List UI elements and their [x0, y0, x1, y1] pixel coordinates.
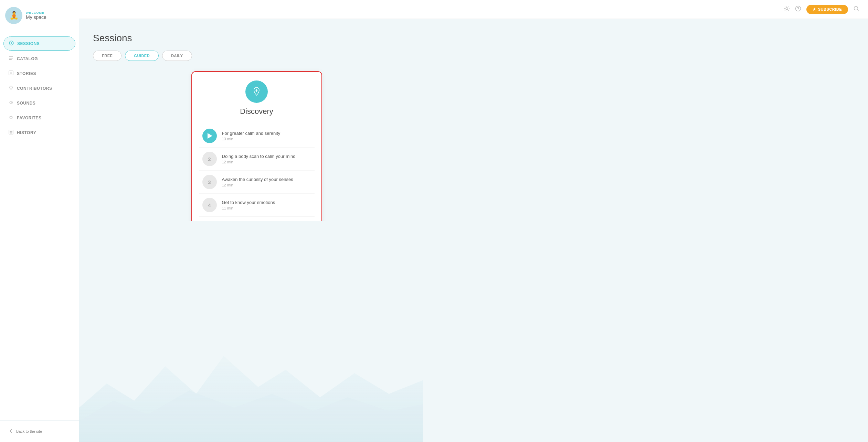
session-item[interactable]: 5 Centered and free to let go 12 min [199, 217, 315, 221]
favorites-label: FAVORITES [17, 116, 42, 120]
svg-rect-5 [9, 71, 13, 75]
session-info: Awaken the curiosity of your senses 12 m… [222, 177, 311, 187]
catalog-icon [9, 56, 13, 62]
session-item[interactable]: For greater calm and serenity 13 min [199, 125, 315, 148]
sessions-icon [9, 41, 14, 46]
session-list: For greater calm and serenity 13 min 2 D… [199, 125, 315, 221]
main-content: Sessions FREE GUIDED DAILY Discovery [79, 0, 434, 221]
history-icon [9, 130, 13, 136]
contributors-icon [9, 85, 13, 91]
svg-rect-8 [9, 130, 13, 134]
page-title: Sessions [93, 33, 420, 44]
profile-text: WELCOME My space [26, 11, 46, 20]
user-profile[interactable]: 🧘 WELCOME My space [0, 0, 79, 31]
svg-rect-10 [11, 131, 12, 132]
stories-icon [9, 71, 13, 76]
discovery-header: Discovery [199, 80, 315, 116]
session-number: 3 [202, 175, 217, 189]
discovery-icon [245, 80, 268, 103]
session-duration: 13 min [222, 137, 311, 141]
svg-rect-9 [10, 131, 11, 132]
session-item[interactable]: 4 Get to know your emotions 11 min [199, 194, 315, 217]
svg-rect-12 [11, 132, 12, 133]
session-number: 4 [202, 198, 217, 212]
profile-name: My space [26, 14, 46, 20]
sidebar-item-favorites[interactable]: FAVORITES [3, 111, 75, 125]
sidebar-item-catalog[interactable]: CATALOG [3, 52, 75, 65]
header-bar: ★ SUBSCRIBE [79, 0, 434, 19]
avatar: 🧘 [5, 7, 22, 24]
svg-rect-2 [9, 56, 13, 57]
sidebar-navigation: SESSIONS CATALOG STORIES [0, 31, 79, 221]
catalog-label: CATALOG [17, 56, 38, 61]
history-label: HISTORY [17, 130, 36, 135]
session-duration: 12 min [222, 183, 311, 187]
sidebar-item-sounds[interactable]: SOUNDS [3, 96, 75, 110]
discovery-title: Discovery [240, 107, 273, 116]
session-name: For greater calm and serenity [222, 131, 311, 136]
sidebar-item-sessions[interactable]: SESSIONS [3, 36, 75, 51]
session-name: Get to know your emotions [222, 200, 311, 205]
stories-label: STORIES [17, 71, 36, 76]
session-duration: 12 min [222, 160, 311, 164]
session-info: Doing a body scan to calm your mind 12 m… [222, 154, 311, 164]
session-item[interactable]: 2 Doing a body scan to calm your mind 12… [199, 148, 315, 171]
session-play-button[interactable] [202, 129, 217, 143]
session-item[interactable]: 3 Awaken the curiosity of your senses 12… [199, 171, 315, 194]
session-info: Get to know your emotions 11 min [222, 200, 311, 210]
favorites-icon [9, 115, 13, 121]
session-duration: 11 min [222, 206, 311, 210]
tab-free[interactable]: FREE [93, 51, 121, 61]
sounds-label: SOUNDS [17, 101, 35, 106]
session-tabs: FREE GUIDED DAILY [93, 51, 420, 61]
tab-daily[interactable]: DAILY [162, 51, 192, 61]
welcome-label: WELCOME [26, 11, 46, 14]
discovery-container: Discovery For greater calm and serenity … [93, 71, 420, 221]
sidebar: 🧘 WELCOME My space SESSIONS [0, 0, 79, 221]
session-name: Awaken the curiosity of your senses [222, 177, 311, 182]
session-info: For greater calm and serenity 13 min [222, 131, 311, 141]
tab-guided[interactable]: GUIDED [125, 51, 159, 61]
svg-point-1 [11, 42, 12, 44]
session-name: Doing a body scan to calm your mind [222, 154, 311, 159]
discovery-card: Discovery For greater calm and serenity … [191, 71, 322, 221]
svg-rect-11 [10, 132, 11, 133]
contributors-label: CONTRIBUTORS [17, 86, 52, 91]
sessions-label: SESSIONS [17, 41, 40, 46]
sidebar-item-contributors[interactable]: CONTRIBUTORS [3, 82, 75, 95]
svg-point-17 [256, 90, 257, 91]
sidebar-item-stories[interactable]: STORIES [3, 67, 75, 80]
play-icon [208, 133, 212, 139]
sidebar-item-history[interactable]: HISTORY [3, 126, 75, 139]
sounds-icon [9, 100, 13, 106]
svg-rect-4 [9, 59, 12, 60]
session-number: 2 [202, 152, 217, 166]
svg-rect-3 [9, 58, 13, 58]
